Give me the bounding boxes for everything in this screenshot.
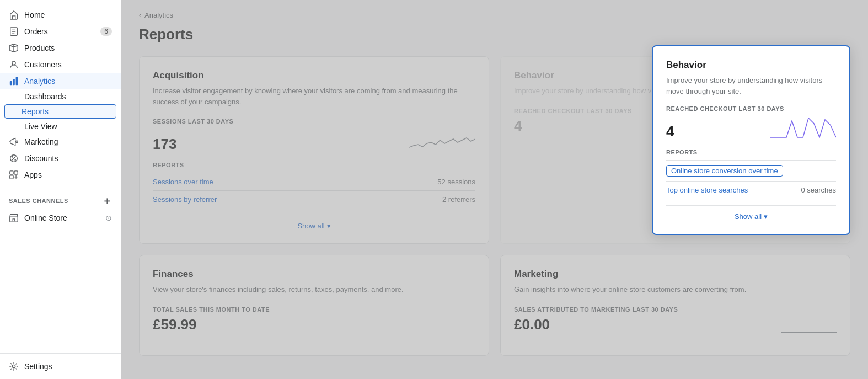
svg-point-7 [14,159,16,161]
behavior-show-all[interactable]: Show all ▾ [666,205,836,221]
top-searches-stat: 0 searches [801,186,836,194]
sidebar-item-products[interactable]: Products [0,40,121,56]
sidebar-item-marketing-label: Marketing [24,137,58,146]
sidebar-item-online-store[interactable]: Online Store ⊙ [0,210,121,226]
finances-card: Finances View your store's finances incl… [139,255,489,356]
acquisition-desc: Increase visitor engagement by knowing w… [153,86,475,107]
sidebar-item-marketing[interactable]: Marketing [0,134,121,150]
behavior-reports-label: REPORTS [666,149,836,156]
acquisition-title: Acquisition [153,70,475,81]
searches-report-row: Top online store searches 0 searches [666,181,836,199]
behavior-metric-label: REACHED CHECKOUT LAST 30 DAYS [666,105,836,112]
sidebar-item-customers-label: Customers [24,60,62,69]
finances-desc: View your store's finances including sal… [153,284,475,295]
acquisition-show-all[interactable]: Show all ▾ [153,215,475,230]
acquisition-metric-value: 173 [153,136,176,153]
report-row-referrer: Sessions by referrer 2 referrers [153,190,475,208]
breadcrumb-parent[interactable]: Analytics [144,11,173,19]
sidebar-item-orders[interactable]: Orders 6 [0,23,121,40]
content-area: ‹ Analytics Reports Acquisition Increase… [121,0,868,379]
sidebar-sub-liveview[interactable]: Live View [0,119,121,134]
home-icon [9,10,19,20]
sidebar: Home Orders 6 Products Customers Analy [0,0,121,379]
svg-rect-9 [14,171,18,174]
main-content: ‹ Analytics Reports Acquisition Increase… [121,0,868,379]
chevron-down-icon: ▾ [327,222,331,230]
behavior-chevron-down-icon: ▾ [764,212,768,221]
marketing-card-desc: Gain insights into where your online sto… [514,284,837,295]
behavior-title: Behavior [666,60,836,71]
sidebar-item-products-label: Products [24,44,55,52]
orders-icon [9,26,19,36]
sidebar-item-discounts[interactable]: Discounts [0,150,121,167]
customers-icon [9,60,19,70]
sidebar-item-discounts-label: Discounts [24,154,58,163]
settings-icon [9,361,19,371]
acquisition-sparkline [409,128,475,153]
discounts-icon [9,153,19,163]
sessions-by-referrer-link[interactable]: Sessions by referrer [153,195,217,204]
marketing-icon [9,137,19,147]
page-title: Reports [139,26,850,43]
marketing-metric-label: SALES ATTRIBUTED TO MARKETING LAST 30 DA… [514,306,837,313]
sales-channels-label: SALES CHANNELS ＋ [0,188,121,210]
sessions-over-time-stat: 52 sessions [437,178,475,186]
sessions-over-time-link[interactable]: Sessions over time [153,178,213,186]
svg-rect-10 [10,175,13,179]
marketing-card-title: Marketing [514,269,837,280]
svg-rect-4 [16,77,18,85]
finances-title: Finances [153,269,475,280]
behavior-metric-value: 4 [666,123,674,140]
finances-metric-value: £59.99 [153,316,197,333]
sidebar-item-analytics-label: Analytics [24,77,55,86]
acquisition-metric-label: SESSIONS LAST 30 DAYS [153,118,475,125]
breadcrumb-chevron-icon: ‹ [139,12,141,19]
sidebar-item-orders-label: Orders [24,27,48,36]
store-icon [9,213,19,223]
behavior-card: Behavior Improve your store by understan… [652,45,850,235]
sidebar-item-settings[interactable]: Settings [0,358,121,375]
marketing-card: Marketing Gain insights into where your … [500,255,850,356]
svg-rect-2 [10,81,12,85]
sidebar-item-home[interactable]: Home [0,7,121,23]
acquisition-card: Acquisition Increase visitor engagement … [139,56,489,244]
conversion-report-row: Online store conversion over time [666,160,836,181]
sidebar-sub-liveview-label: Live View [24,122,57,131]
svg-point-6 [12,156,13,158]
behavior-metric-value-placeholder: 4 [514,118,522,135]
marketing-flat-line [781,332,837,333]
sessions-by-referrer-stat: 2 referrers [442,195,475,204]
sidebar-sub-dashboards[interactable]: Dashboards [0,89,121,104]
breadcrumb: ‹ Analytics [139,11,850,19]
marketing-metric-value: £0.00 [514,316,550,333]
acquisition-reports-label: REPORTS [153,162,475,168]
sidebar-settings-label: Settings [24,362,52,371]
svg-rect-3 [13,79,15,85]
sidebar-item-customers[interactable]: Customers [0,56,121,73]
sidebar-item-home-label: Home [24,10,45,19]
svg-point-11 [12,365,15,367]
report-row: Sessions over time 52 sessions [153,173,475,190]
finances-metric-label: TOTAL SALES THIS MONTH TO DATE [153,306,475,313]
sidebar-item-apps-label: Apps [24,170,42,179]
svg-rect-8 [10,171,13,174]
behavior-desc: Improve your store by understanding how … [666,75,836,97]
sidebar-item-apps[interactable]: Apps [0,167,121,183]
sidebar-sub-dashboards-label: Dashboards [24,92,66,101]
svg-point-1 [12,61,15,65]
top-searches-link[interactable]: Top online store searches [666,186,748,194]
sidebar-sub-reports-label: Reports [22,107,49,116]
orders-badge: 6 [100,27,112,36]
online-store-visibility-icon[interactable]: ⊙ [105,213,112,222]
analytics-icon [9,76,19,86]
sidebar-item-online-store-label: Online Store [24,213,67,222]
sidebar-sub-reports[interactable]: Reports [4,104,116,119]
apps-icon [9,170,19,180]
behavior-sparkline [770,115,836,140]
sidebar-item-analytics[interactable]: Analytics [0,73,121,89]
add-channel-icon[interactable]: ＋ [102,194,112,207]
products-icon [9,43,19,53]
online-store-conversion-link[interactable]: Online store conversion over time [666,165,783,177]
svg-point-5 [16,141,18,143]
